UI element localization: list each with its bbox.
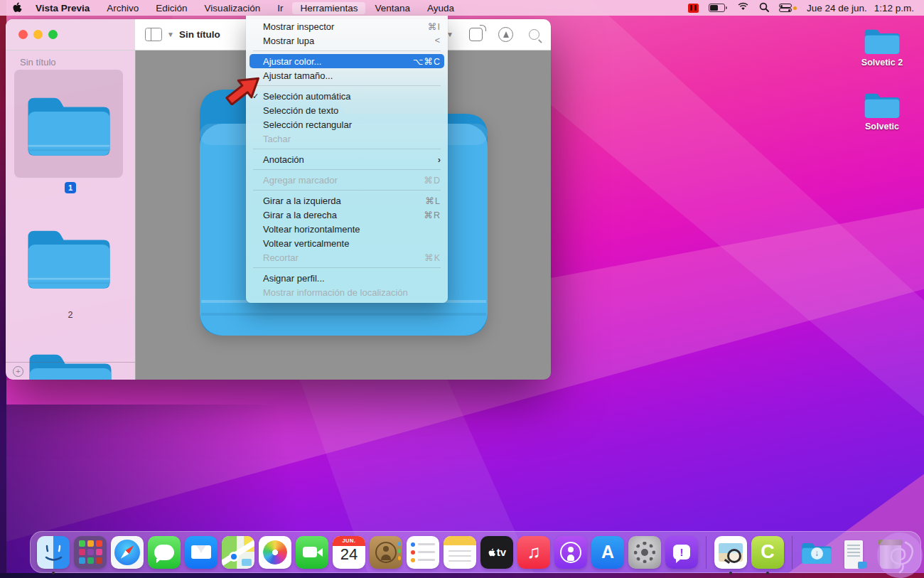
menu-item-mostrar-inspector[interactable]: Mostrar inspector⌘I bbox=[246, 19, 448, 33]
menu-bar-clock[interactable]: Jue 24 de jun. 1:12 p.m. bbox=[807, 3, 914, 14]
system-preferences-icon bbox=[628, 536, 661, 569]
dock-music[interactable]: ♫ bbox=[517, 536, 550, 569]
menu-separator bbox=[253, 190, 441, 191]
date-label: Jue 24 de jun. bbox=[807, 3, 867, 14]
calendar-icon: JUN. 24 bbox=[333, 536, 365, 569]
menu-archivo[interactable]: Archivo bbox=[99, 2, 146, 14]
dock-documents[interactable] bbox=[837, 536, 870, 569]
finder-icon bbox=[37, 536, 70, 569]
menu-visualizacion[interactable]: Visualización bbox=[197, 2, 269, 14]
menu-item-informacion-localizacion: Mostrar información de localización bbox=[246, 285, 448, 299]
window-sidebar: Sin título 1 2 + bbox=[6, 50, 135, 380]
markup-icon[interactable] bbox=[498, 27, 513, 42]
spotlight-search-icon[interactable] bbox=[759, 2, 769, 14]
add-page-button[interactable]: + bbox=[13, 366, 23, 377]
screen-recorder-status-icon[interactable] bbox=[688, 4, 699, 13]
menu-item-ajustar-tamano[interactable]: Ajustar tamaño... bbox=[246, 68, 448, 82]
dock-facetime[interactable] bbox=[296, 536, 328, 569]
dock-reminders[interactable] bbox=[407, 536, 439, 569]
menu-item-anotacion[interactable]: Anotación› bbox=[246, 152, 448, 166]
desktop-screen: Solvetic 2 Solvetic Sin título 1 2 bbox=[0, 0, 924, 578]
dock-camtasia[interactable]: C bbox=[751, 536, 784, 569]
running-indicator bbox=[729, 572, 732, 574]
calendar-day: 24 bbox=[333, 545, 365, 564]
dock-notes[interactable] bbox=[444, 536, 476, 569]
maps-icon bbox=[222, 536, 254, 569]
apple-tv-icon: tv bbox=[480, 536, 513, 569]
menu-item-girar-derecha[interactable]: Girar a la derecha⌘R bbox=[246, 208, 448, 222]
dock-safari[interactable] bbox=[111, 536, 144, 569]
zoom-button[interactable] bbox=[48, 30, 58, 39]
close-button[interactable] bbox=[18, 30, 28, 39]
dock-preview[interactable] bbox=[714, 536, 747, 569]
dock: JUN. 24 tv bbox=[30, 531, 921, 573]
dock-photos[interactable] bbox=[259, 536, 291, 569]
battery-icon[interactable] bbox=[709, 4, 727, 13]
dock-apple-tv[interactable]: tv bbox=[480, 536, 513, 569]
menu-item-mostrar-lupa[interactable]: Mostrar lupa< bbox=[246, 33, 448, 48]
launchpad-icon bbox=[74, 536, 107, 569]
dock-launchpad[interactable] bbox=[74, 536, 107, 569]
menu-item-voltear-verticalmente[interactable]: Voltear verticalmente bbox=[246, 236, 448, 250]
thumbnail-image bbox=[23, 222, 114, 291]
menu-item-seleccion-rectangular[interactable]: Selección rectangular bbox=[246, 117, 448, 132]
desktop-icon-solvetic[interactable]: Solvetic bbox=[855, 90, 909, 132]
sidebar-footer: + bbox=[6, 362, 135, 380]
sidebar-header: Sin título bbox=[20, 57, 56, 68]
app-store-icon: A bbox=[591, 536, 624, 569]
dock-separator bbox=[792, 536, 793, 569]
dock-app-store[interactable]: A bbox=[591, 536, 624, 569]
dock-contacts[interactable] bbox=[370, 536, 402, 569]
calendar-month: JUN. bbox=[333, 536, 365, 546]
contacts-icon bbox=[370, 536, 402, 569]
traffic-lights bbox=[18, 30, 58, 39]
reminders-icon bbox=[407, 536, 439, 569]
tools-dropdown-menu: Mostrar inspector⌘I Mostrar lupa< Ajusta… bbox=[246, 16, 448, 303]
control-center-icon[interactable] bbox=[779, 4, 797, 12]
recording-indicator-dot bbox=[793, 6, 797, 10]
menu-ventana[interactable]: Ventana bbox=[367, 2, 418, 14]
menu-item-seleccion-automatica[interactable]: ✓Selección automática bbox=[246, 89, 448, 103]
menu-ir[interactable]: Ir bbox=[269, 2, 291, 14]
dock-messages[interactable] bbox=[148, 536, 181, 569]
dock-finder[interactable] bbox=[37, 536, 70, 569]
dock-podcasts[interactable] bbox=[554, 536, 587, 569]
menu-item-girar-izquierda[interactable]: Girar a la izquierda⌘L bbox=[246, 193, 448, 208]
mail-icon bbox=[185, 536, 217, 569]
menu-item-ajustar-color[interactable]: Ajustar color...⌥⌘C bbox=[249, 54, 444, 68]
toolbar-buttons: ▼ bbox=[446, 19, 539, 50]
photos-icon bbox=[259, 536, 291, 569]
folder-icon bbox=[863, 90, 901, 119]
desktop-icon-solvetic-2[interactable]: Solvetic 2 bbox=[855, 26, 909, 68]
menu-separator bbox=[253, 85, 441, 86]
menu-ayuda[interactable]: Ayuda bbox=[419, 2, 462, 14]
rotate-icon[interactable] bbox=[469, 28, 483, 41]
feedback-assistant-icon: ! bbox=[665, 536, 698, 569]
chevron-down-icon[interactable]: ▼ bbox=[167, 31, 174, 38]
dock-mail[interactable] bbox=[185, 536, 217, 569]
podcasts-icon bbox=[554, 536, 587, 569]
minimize-button[interactable] bbox=[33, 30, 43, 39]
sidebar-toggle-icon[interactable] bbox=[145, 28, 162, 41]
menu-item-seleccion-de-texto[interactable]: Selección de texto bbox=[246, 103, 448, 117]
dock-calendar[interactable]: JUN. 24 bbox=[333, 536, 365, 569]
dock-maps[interactable] bbox=[222, 536, 254, 569]
music-icon: ♫ bbox=[517, 536, 550, 569]
notes-icon bbox=[444, 536, 476, 569]
thumbnail-1-selected[interactable] bbox=[14, 70, 123, 178]
apple-icon[interactable] bbox=[11, 2, 22, 14]
dock-feedback-assistant[interactable]: ! bbox=[665, 536, 698, 569]
search-icon[interactable] bbox=[529, 29, 539, 40]
menu-edicion[interactable]: Edición bbox=[148, 2, 195, 14]
menu-item-voltear-horizontalmente[interactable]: Voltear horizontalmente bbox=[246, 222, 448, 236]
menu-herramientas-active[interactable]: Herramientas bbox=[292, 2, 365, 14]
wifi-icon[interactable] bbox=[737, 2, 749, 14]
thumbnail-image bbox=[23, 89, 114, 159]
dock-system-preferences[interactable] bbox=[628, 536, 661, 569]
annotation-arrow bbox=[217, 61, 262, 105]
menu-app-name[interactable]: Vista Previa bbox=[28, 2, 97, 14]
thumbnail-2[interactable] bbox=[14, 212, 123, 301]
menu-item-asignar-perfil[interactable]: Asignar perfil... bbox=[246, 271, 448, 285]
time-label: 1:12 p.m. bbox=[874, 3, 914, 14]
dock-downloads[interactable]: ↓ bbox=[800, 536, 833, 569]
